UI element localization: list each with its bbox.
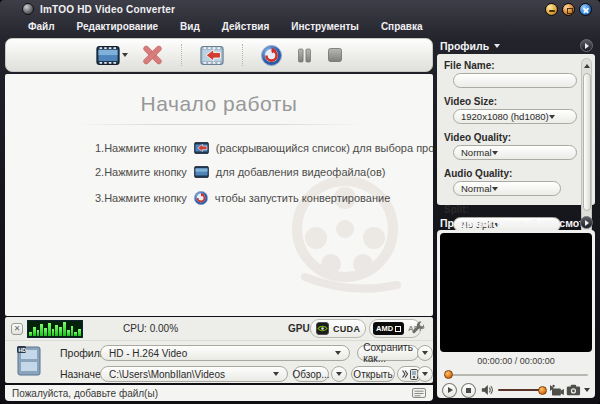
import-video-button[interactable] (198, 44, 226, 67)
output-section: ✕ CPU: 0.00% GPU: CUDA AMD APP (5, 317, 433, 383)
video-quality-select[interactable]: Normal (453, 145, 577, 160)
convert-button[interactable] (259, 43, 284, 68)
settings-scrollbar[interactable] (581, 58, 592, 240)
device-dropdown-button[interactable] (417, 366, 433, 382)
playback-time: 00:00:00 / 00:00:00 (437, 356, 595, 366)
start-page: Начало работы 1.Нажмите кнопку (раскрыва… (5, 74, 433, 316)
chevron-down-icon (492, 187, 498, 191)
cpu-bar (52, 329, 55, 336)
video-snapshot-icon[interactable] (549, 384, 564, 397)
cpu-usage-text: CPU: 0.00% (123, 323, 178, 334)
profile-row: Профиль: HD - H.264 Video Сохранить как.… (5, 343, 433, 364)
cpu-bar (59, 327, 62, 336)
file-name-label: File Name: (444, 60, 495, 71)
stop-preview-button[interactable] (461, 383, 476, 398)
volume-slider[interactable] (498, 386, 546, 395)
scrollbar-thumb[interactable] (583, 73, 591, 211)
chevron-down-icon (336, 372, 342, 376)
profile-panel-header: Профиль (437, 38, 595, 53)
minimize-button[interactable] (545, 3, 558, 16)
cpu-bar (55, 325, 58, 336)
step-3-suffix: чтобы запустить конвертирование (215, 192, 390, 204)
scroll-up-icon[interactable] (582, 60, 591, 72)
app-logo-icon (22, 3, 34, 15)
seek-track[interactable] (444, 374, 588, 376)
cpu-bar (40, 324, 43, 336)
divider (75, 124, 363, 125)
profile-settings-panel: File Name: Video Size: 1920x1080 (hd1080… (437, 54, 595, 205)
seek-slider[interactable] (444, 371, 588, 379)
menu-actions[interactable]: Действия (211, 21, 281, 32)
import-video-icon (200, 46, 224, 65)
save-as-button[interactable]: Сохранить как... (357, 345, 419, 361)
video-size-select[interactable]: 1920x1080 (hd1080) (453, 109, 577, 124)
chevron-down-icon (422, 372, 428, 376)
cpu-usage-graph (27, 320, 83, 338)
audio-quality-select[interactable]: Normal (453, 181, 561, 196)
preview-panel-title[interactable]: Предварительный просмотр (440, 217, 591, 229)
browse-button[interactable]: Обзор... (293, 366, 329, 382)
maximize-button[interactable] (562, 3, 575, 16)
pause-button[interactable] (294, 45, 315, 66)
cuda-badge[interactable]: CUDA (310, 319, 366, 338)
add-video-step-icon (194, 166, 209, 178)
menu-tools[interactable]: Инструменты (280, 21, 370, 32)
task-list-icon[interactable] (412, 388, 426, 398)
chevron-down-icon (494, 44, 500, 48)
chevron-down-icon (335, 351, 341, 355)
cpu-bar (63, 322, 66, 336)
gpu-settings-button[interactable] (411, 321, 427, 337)
profile-panel-title[interactable]: Профиль (440, 40, 489, 52)
chevron-down-icon (549, 115, 555, 119)
destination-path: C:\Users\MonbIlan\Videos (109, 369, 273, 380)
seek-knob[interactable] (444, 370, 453, 379)
cpu-bar (33, 327, 36, 336)
cpu-bar (29, 332, 32, 336)
profile-select-value: HD - H.264 Video (109, 348, 335, 359)
speaker-icon[interactable] (480, 384, 494, 396)
toolbar (5, 38, 433, 72)
browse-dropdown-button[interactable] (331, 366, 347, 382)
step-2-prefix: 2.Нажмите кнопку (95, 166, 187, 178)
open-button[interactable]: Открыть (351, 366, 395, 382)
delete-button[interactable] (140, 43, 165, 67)
convert-step-icon (194, 191, 208, 205)
video-size-label: Video Size: (444, 96, 497, 107)
video-preview-area (440, 233, 592, 352)
cpu-bar (71, 326, 74, 336)
save-as-dropdown-button[interactable] (417, 345, 433, 361)
status-bar: Пожалуйста, добавьте файл(ы) (5, 385, 433, 401)
preview-panel-expand-button[interactable] (580, 216, 593, 229)
preview-controls (442, 382, 590, 398)
double-chevron-icon (402, 370, 408, 378)
menu-help[interactable]: Справка (370, 21, 434, 32)
file-name-input[interactable] (453, 73, 577, 88)
profile-panel-expand-button[interactable] (580, 39, 593, 52)
add-video-dropdown-icon[interactable] (122, 53, 128, 57)
wrench-icon (411, 321, 426, 336)
open-label: Открыть (353, 369, 392, 380)
add-video-button[interactable] (94, 44, 130, 67)
menu-bar: Файл Редактирование Вид Действия Инструм… (17, 18, 434, 35)
cpu-bar (74, 332, 77, 336)
destination-select[interactable]: C:\Users\MonbIlan\Videos (100, 366, 288, 382)
play-button[interactable] (442, 383, 457, 398)
window-title: ImTOO HD Video Converter (40, 4, 175, 15)
close-button[interactable] (579, 3, 592, 16)
chevron-down-icon (273, 372, 279, 376)
profile-select[interactable]: HD - H.264 Video (100, 345, 350, 361)
step-1: 1.Нажмите кнопку (раскрывающийся список)… (95, 142, 433, 154)
menu-file[interactable]: Файл (17, 21, 66, 32)
cpu-bar (44, 328, 47, 336)
step-1-prefix: 1.Нажмите кнопку (95, 142, 187, 154)
snapshot-dropdown-icon[interactable] (584, 388, 590, 392)
close-stats-icon[interactable]: ✕ (11, 323, 23, 335)
cpu-bar (48, 323, 51, 336)
menu-view[interactable]: Вид (169, 21, 211, 32)
stop-button[interactable] (325, 45, 345, 65)
menu-edit[interactable]: Редактирование (66, 21, 169, 32)
volume-knob[interactable] (538, 386, 547, 395)
photo-snapshot-icon[interactable] (566, 384, 581, 396)
save-as-label: Сохранить как... (363, 342, 413, 364)
app-window: ImTOO HD Video Converter Файл Редактиров… (0, 0, 600, 404)
